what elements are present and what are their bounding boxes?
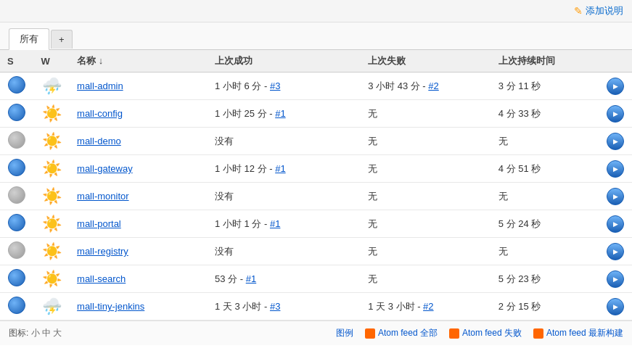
header-action bbox=[599, 50, 633, 73]
job-name-cell: mall-search bbox=[70, 265, 208, 293]
sun-icon: ☀️ bbox=[42, 132, 62, 150]
header-name[interactable]: 名称 ↓ bbox=[70, 50, 208, 73]
last-success-link[interactable]: #1 bbox=[270, 218, 280, 229]
last-success-link[interactable]: #1 bbox=[275, 108, 285, 119]
run-button[interactable] bbox=[607, 133, 624, 150]
last-success-link[interactable]: #3 bbox=[270, 80, 280, 91]
run-button[interactable] bbox=[607, 78, 624, 95]
last-success-link[interactable]: #1 bbox=[275, 163, 285, 174]
edit-icon: ✎ bbox=[574, 5, 583, 17]
status-blue-icon bbox=[8, 297, 25, 314]
status-gray-icon bbox=[8, 186, 25, 204]
job-name-cell: mall-demo bbox=[70, 128, 208, 155]
sun-icon: ☀️ bbox=[42, 187, 62, 205]
weather-cell: ☀️ bbox=[33, 128, 70, 155]
job-name-link[interactable]: mall-registry bbox=[77, 246, 128, 257]
run-button[interactable] bbox=[607, 188, 624, 205]
status-blue-icon bbox=[8, 269, 25, 286]
table-row: ☀️mall-portal1 小时 1 分 - #1无5 分 24 秒 bbox=[0, 210, 632, 238]
last-success-link[interactable]: #1 bbox=[246, 273, 256, 284]
last-fail-link[interactable]: #2 bbox=[423, 301, 433, 312]
top-bar: ✎ 添加说明 bbox=[0, 0, 632, 22]
atom-feed-fail-link[interactable]: Atom feed 失败 bbox=[449, 327, 522, 339]
last-success-cell: 没有 bbox=[208, 183, 361, 210]
footer: 图标: 小 中 大 图例 Atom feed 全部 Atom feed 失败 A… bbox=[0, 320, 632, 345]
job-name-link[interactable]: mall-config bbox=[77, 108, 123, 119]
job-name-link[interactable]: mall-tiny-jenkins bbox=[77, 301, 144, 312]
job-name-link[interactable]: mall-portal bbox=[77, 218, 121, 229]
job-name-link[interactable]: mall-admin bbox=[77, 80, 123, 91]
status-cell bbox=[0, 210, 33, 238]
table-header-row: S W 名称 ↓ 上次成功 上次失败 上次持续时间 bbox=[0, 50, 632, 73]
last-duration-cell: 5 分 23 秒 bbox=[491, 265, 599, 293]
last-duration-cell: 无 bbox=[491, 238, 599, 265]
tab-add[interactable]: + bbox=[51, 30, 73, 49]
status-cell bbox=[0, 293, 33, 320]
run-button[interactable] bbox=[607, 160, 624, 178]
last-success-cell: 1 天 3 小时 - #3 bbox=[208, 293, 361, 320]
icon-large-link[interactable]: 大 bbox=[53, 328, 62, 338]
job-name-link[interactable]: mall-search bbox=[77, 273, 126, 284]
run-button[interactable] bbox=[607, 215, 624, 233]
status-cell bbox=[0, 238, 33, 265]
sun-icon: ☀️ bbox=[42, 242, 62, 260]
sun-icon: ☀️ bbox=[42, 270, 62, 288]
weather-cell: ⛈️ bbox=[33, 293, 70, 320]
header-last-duration: 上次持续时间 bbox=[491, 50, 599, 73]
job-name-cell: mall-tiny-jenkins bbox=[70, 293, 208, 320]
job-name-link[interactable]: mall-gateway bbox=[77, 163, 133, 174]
table-row: ☀️mall-search53 分 - #1无5 分 23 秒 bbox=[0, 265, 632, 293]
icon-small-link[interactable]: 小 bbox=[31, 328, 40, 338]
table-row: ⛈️mall-tiny-jenkins1 天 3 小时 - #31 天 3 小时… bbox=[0, 293, 632, 320]
icon-label: 图标: bbox=[9, 328, 28, 338]
run-button[interactable] bbox=[607, 243, 624, 260]
header-s: S bbox=[0, 50, 33, 73]
job-name-cell: mall-registry bbox=[70, 238, 208, 265]
action-cell bbox=[599, 183, 633, 210]
table-row: ☀️mall-registry没有无无 bbox=[0, 238, 632, 265]
run-button[interactable] bbox=[607, 298, 624, 315]
sun-icon: ☀️ bbox=[42, 160, 62, 178]
action-cell bbox=[599, 265, 633, 293]
last-fail-cell: 无 bbox=[361, 155, 491, 183]
last-duration-cell: 3 分 11 秒 bbox=[491, 73, 599, 100]
tab-all[interactable]: 所有 bbox=[9, 28, 49, 50]
last-duration-cell: 无 bbox=[491, 128, 599, 155]
last-success-cell: 没有 bbox=[208, 238, 361, 265]
last-duration-cell: 2 分 15 秒 bbox=[491, 293, 599, 320]
status-blue-icon bbox=[8, 159, 25, 176]
add-note-link[interactable]: ✎ 添加说明 bbox=[574, 4, 623, 17]
table-row: ☀️mall-demo没有无无 bbox=[0, 128, 632, 155]
last-fail-cell: 1 天 3 小时 - #2 bbox=[361, 293, 491, 320]
weather-cell: ☀️ bbox=[33, 155, 70, 183]
rss-latest-icon bbox=[533, 328, 543, 339]
action-cell bbox=[599, 128, 633, 155]
rain-icon: ⛈️ bbox=[42, 77, 62, 95]
run-button[interactable] bbox=[607, 270, 624, 288]
table-row: ⛈️mall-admin1 小时 6 分 - #33 小时 43 分 - #23… bbox=[0, 73, 632, 100]
status-cell bbox=[0, 265, 33, 293]
status-cell bbox=[0, 155, 33, 183]
atom-feed-all-link[interactable]: Atom feed 全部 bbox=[365, 327, 438, 339]
sun-icon: ☀️ bbox=[42, 215, 62, 233]
footer-feeds: 图例 Atom feed 全部 Atom feed 失败 Atom feed 最… bbox=[336, 327, 623, 339]
last-success-cell: 没有 bbox=[208, 128, 361, 155]
status-cell bbox=[0, 183, 33, 210]
run-button[interactable] bbox=[607, 105, 624, 123]
action-cell bbox=[599, 210, 633, 238]
job-name-cell: mall-portal bbox=[70, 210, 208, 238]
job-name-link[interactable]: mall-monitor bbox=[77, 191, 129, 202]
weather-cell: ☀️ bbox=[33, 265, 70, 293]
action-cell bbox=[599, 155, 633, 183]
job-name-cell: mall-config bbox=[70, 100, 208, 128]
header-last-fail: 上次失败 bbox=[361, 50, 491, 73]
legend-link[interactable]: 图例 bbox=[336, 327, 353, 339]
icon-medium-link[interactable]: 中 bbox=[42, 328, 51, 338]
last-fail-link[interactable]: #2 bbox=[428, 80, 438, 91]
action-cell bbox=[599, 293, 633, 320]
last-success-link[interactable]: #3 bbox=[270, 301, 280, 312]
job-name-link[interactable]: mall-demo bbox=[77, 136, 121, 146]
rss-fail-icon bbox=[449, 328, 459, 339]
atom-feed-latest-link[interactable]: Atom feed 最新构建 bbox=[533, 327, 623, 339]
last-fail-cell: 3 小时 43 分 - #2 bbox=[361, 73, 491, 100]
